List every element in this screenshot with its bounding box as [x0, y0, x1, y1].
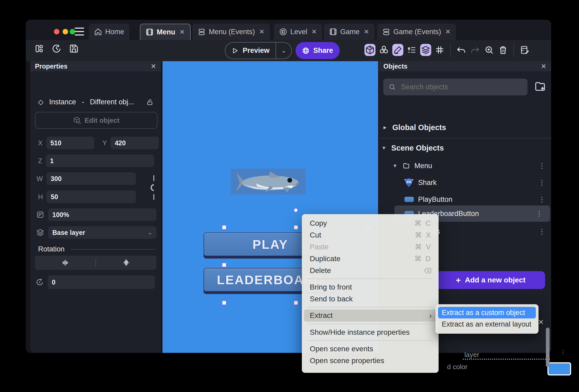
events-icon: [198, 28, 206, 36]
close-icon[interactable]: ✕: [151, 63, 156, 70]
objects-header: Objects ✕: [379, 61, 551, 71]
menu-item-delete[interactable]: Delete: [302, 265, 439, 276]
tab-close-icon[interactable]: ✕: [180, 28, 185, 36]
w-field[interactable]: [47, 172, 136, 185]
instance-properties-icon[interactable]: [406, 44, 417, 56]
submenu-item-extract-custom-object[interactable]: Extract as a custom object: [438, 307, 536, 318]
selection-handle-top-left[interactable]: [222, 225, 226, 230]
tree-row-playbutton[interactable]: PlayButton ⋮: [379, 193, 551, 206]
layers-panel-icon[interactable]: [420, 44, 431, 56]
save-icon[interactable]: [68, 43, 79, 55]
menu-item-send-to-back[interactable]: Send to back: [302, 293, 439, 305]
tree-label: Shark: [418, 179, 437, 187]
tab-close-icon[interactable]: ✕: [364, 28, 369, 35]
submenu-item-extract-external-layout[interactable]: Extract as an external layout: [438, 318, 536, 330]
row-menu-icon[interactable]: ⋮: [539, 162, 551, 170]
y-field[interactable]: [110, 137, 159, 149]
selection-handle-top-center[interactable]: [294, 225, 298, 230]
tab-game-events[interactable]: Game (Events) ✕: [377, 24, 456, 40]
flip-horizontal-button[interactable]: [35, 259, 95, 267]
edit-object-button[interactable]: 2D Edit object: [35, 112, 158, 129]
menu-separator: [308, 278, 433, 279]
close-window-button[interactable]: [54, 29, 59, 34]
tab-level[interactable]: Level ✕: [274, 24, 322, 40]
history-icon[interactable]: [51, 43, 62, 55]
delete-key-icon: [424, 267, 432, 274]
background-color-swatch[interactable]: [547, 362, 571, 375]
selection-handle-bottom-center[interactable]: [294, 301, 298, 305]
dotted-divider: [463, 359, 550, 360]
preview-button[interactable]: Preview ⌄: [225, 42, 292, 59]
opacity-field[interactable]: [48, 208, 156, 221]
row-menu-icon[interactable]: ⋮: [539, 179, 551, 187]
toggle-3d-view-icon[interactable]: [364, 44, 375, 56]
layer-select[interactable]: Base layer ⌄: [48, 226, 156, 239]
preview-dropdown[interactable]: ⌄: [276, 43, 291, 59]
redo-icon[interactable]: [470, 44, 481, 56]
undo-icon[interactable]: [456, 44, 467, 56]
tab-home[interactable]: Home: [89, 24, 129, 40]
row-menu-icon[interactable]: ⋮: [539, 195, 551, 204]
close-icon[interactable]: ✕: [538, 318, 544, 326]
selection-handle-mid-left[interactable]: [222, 263, 226, 267]
selection-handle-bottom-left[interactable]: [222, 301, 226, 305]
menu-item-show-hide-instance-properties[interactable]: Show/Hide instance properties: [302, 326, 439, 338]
global-objects-row[interactable]: ▸ Global Objects: [379, 122, 551, 133]
chevron-down-icon: ⌄: [281, 47, 286, 54]
level-icon: [279, 28, 287, 36]
submenu-item-label: Extract as a custom object: [442, 309, 525, 317]
shark-sprite[interactable]: [231, 169, 306, 194]
rotate-handle[interactable]: [294, 208, 298, 212]
objects-list-icon[interactable]: [378, 44, 389, 56]
menu-item-duplicate[interactable]: Duplicate ⌘ D: [302, 253, 439, 265]
x-field[interactable]: [46, 137, 94, 149]
tab-close-icon[interactable]: ✕: [259, 28, 265, 35]
menu-item-label: Paste: [310, 243, 329, 251]
menu-item-copy[interactable]: Copy ⌘ C: [302, 217, 439, 229]
grid-icon[interactable]: [434, 44, 445, 56]
row-menu-icon[interactable]: ⋮: [539, 228, 551, 236]
properties-header: Properties ✕: [30, 61, 161, 71]
add-new-object-button[interactable]: + Add a new object: [436, 271, 545, 289]
close-icon[interactable]: ✕: [541, 63, 546, 70]
hamburger-menu-icon[interactable]: [75, 28, 84, 35]
project-manager-icon[interactable]: [34, 43, 45, 55]
tree-row-shark[interactable]: Shark ⋮: [379, 176, 551, 189]
menu-item-open-scene-properties[interactable]: Open scene properties: [302, 355, 439, 367]
tab-game[interactable]: Game ✕: [324, 24, 374, 40]
tree-row-menu-folder[interactable]: ▾ Menu ⋮: [379, 159, 551, 173]
trash-icon[interactable]: [497, 44, 509, 56]
edit-scene-events-icon[interactable]: [519, 44, 530, 56]
row-menu-icon[interactable]: ⋮: [536, 210, 551, 218]
scrollbar-thumb[interactable]: [546, 328, 550, 367]
submenu-arrow-icon: ›: [429, 311, 432, 320]
menu-item-extract[interactable]: Extract ›: [304, 310, 436, 322]
maximize-window-button[interactable]: [70, 29, 75, 34]
chevron-right-icon: ▸: [382, 124, 388, 131]
menu-item-bring-to-front[interactable]: Bring to front: [302, 281, 439, 293]
tab-close-icon[interactable]: ✕: [445, 28, 451, 35]
tab-close-icon[interactable]: ✕: [312, 28, 317, 35]
row-menu-icon[interactable]: ⋮: [560, 349, 565, 355]
menu-item-open-scene-events[interactable]: Open scene events: [302, 343, 439, 355]
link-wh-icon[interactable]: [146, 174, 158, 202]
menu-item-paste[interactable]: Paste ⌘ V: [302, 241, 439, 253]
share-button[interactable]: Share: [296, 42, 340, 59]
search-input[interactable]: [400, 83, 522, 91]
add-folder-icon[interactable]: [534, 81, 546, 92]
h-field[interactable]: [47, 190, 136, 203]
unlock-icon[interactable]: [146, 98, 154, 106]
preview-main[interactable]: Preview: [225, 47, 276, 55]
tab-menu-events[interactable]: Menu (Events) ✕: [192, 24, 270, 40]
app-window: Home Menu ✕ Menu (Events) ✕ Level ✕ Game…: [26, 20, 551, 353]
z-field[interactable]: [46, 154, 154, 167]
edit-mode-icon[interactable]: [392, 44, 403, 56]
shortcut-label: ⌘ V: [415, 243, 432, 251]
tab-menu[interactable]: Menu ✕: [140, 24, 191, 40]
menu-item-cut[interactable]: Cut ⌘ X: [302, 229, 439, 241]
scene-objects-row[interactable]: ▾ Scene Objects: [379, 142, 551, 154]
angle-field[interactable]: [48, 275, 155, 289]
zoom-in-icon[interactable]: [484, 44, 495, 56]
flip-vertical-button[interactable]: [96, 259, 156, 267]
minimize-window-button[interactable]: [63, 29, 68, 34]
